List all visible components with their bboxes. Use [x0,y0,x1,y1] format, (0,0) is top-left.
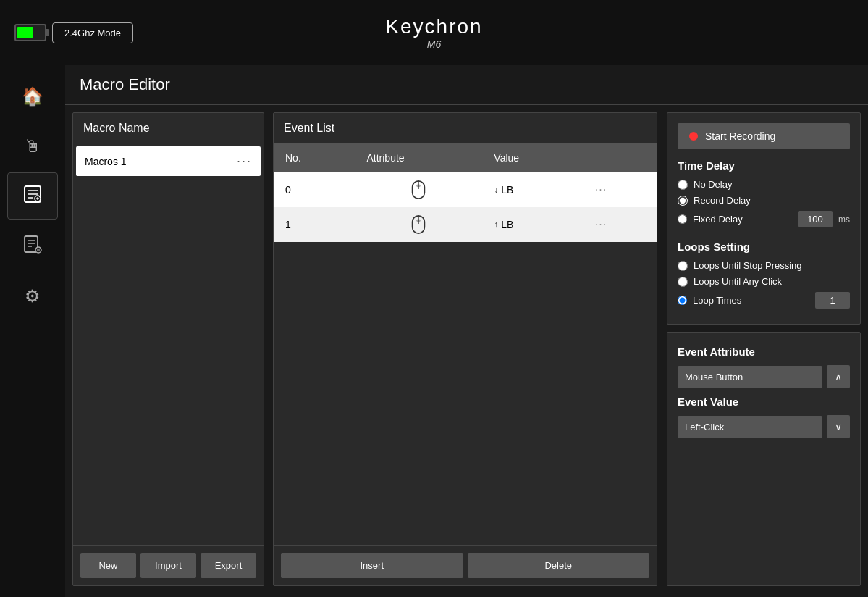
loops-section-label: Loops Setting [678,241,850,253]
row-0-dots-button[interactable]: ··· [595,183,607,196]
import-button[interactable]: Import [140,553,196,578]
svg-point-15 [417,185,421,188]
battery-icon [14,24,46,41]
fixed-delay-input[interactable] [798,211,833,227]
macro-list: Macros 1 ··· [73,143,264,545]
loops-stop-pressing-row: Loops Until Stop Pressing [678,260,850,271]
event-value-section-label: Event Value [678,396,850,408]
fixed-delay-label: Fixed Delay [693,214,743,225]
loops-any-click-row: Loops Until Any Click [678,276,850,287]
loops-any-click-label: Loops Until Any Click [694,276,782,287]
row-0-arrow: ↓ [494,185,498,195]
loop-times-input[interactable] [815,292,850,309]
event-table: No. Attribute Value 0 [274,143,657,545]
event-attribute-row: Mouse Button ∧ [678,365,850,388]
panels-row: Macro Name Macros 1 ··· New Import Expor… [65,105,868,593]
col-no: No. [274,143,355,172]
sidebar-item-settings[interactable]: ⚙ [7,272,58,320]
mode-button[interactable]: 2.4Ghz Mode [52,22,133,43]
col-value: Value [482,143,583,172]
right-top-panel: Start Recording Time Delay No Delay Reco… [667,112,861,325]
loop-times-row: Loop Times [678,292,850,309]
macro-item-dots[interactable]: ··· [237,154,252,169]
row-0-value: ↓ LB [482,172,583,207]
event-footer: Insert Delete [274,545,657,585]
svg-point-18 [417,220,421,222]
macro-panel: Macro Name Macros 1 ··· New Import Expor… [72,112,264,586]
row-1-label: LB [501,219,513,230]
no-delay-label: No Delay [694,179,732,190]
fixed-delay-row: Fixed Delay ms [678,211,850,227]
col-attribute: Attribute [355,143,482,172]
row-1-attribute [355,207,482,242]
fixed-delay-radio[interactable] [678,214,687,224]
macro-list-item[interactable]: Macros 1 ··· [76,146,261,176]
loop-times-radio[interactable] [678,296,687,305]
content-area: Macro Editor Macro Name Macros 1 ··· New… [65,65,868,597]
row-1-arrow: ↑ [494,220,498,230]
sidebar-item-macros[interactable] [7,172,58,220]
battery-area: 2.4Ghz Mode [14,22,133,43]
loop-times-label: Loop Times [693,295,741,306]
row-1-actions: ··· [583,207,657,242]
row-1-value: ↑ LB [482,207,583,242]
right-bottom-panel: Event Attribute Mouse Button ∧ Event Val… [667,332,861,586]
record-delay-label: Record Delay [694,195,751,206]
delay-unit-label: ms [838,214,850,225]
page-title-bar: Macro Editor [65,65,868,105]
export-button[interactable]: Export [201,553,256,578]
record-delay-row: Record Delay [678,195,850,206]
event-panel: Event List No. Attribute Value [273,112,657,586]
row-0-actions: ··· [583,172,657,207]
table-row[interactable]: 0 [274,172,657,207]
top-bar: 2.4Ghz Mode Keychron M6 [0,0,868,65]
loops-stop-pressing-label: Loops Until Stop Pressing [694,260,802,271]
loops-stop-pressing-radio[interactable] [678,261,688,271]
event-attribute-select[interactable]: Mouse Button [678,366,822,388]
sidebar: 🏠 🖱 [0,65,65,597]
macro-panel-header: Macro Name [73,113,264,143]
time-delay-section-label: Time Delay [678,159,850,172]
start-recording-button[interactable]: Start Recording [678,123,850,149]
row-1-no: 1 [274,207,355,242]
macros-icon [23,185,42,208]
battery-fill [17,27,33,38]
row-1-dots-button[interactable]: ··· [595,218,607,231]
event-panel-header: Event List [274,113,657,143]
record-dot-icon [689,132,698,141]
event-list-table: No. Attribute Value 0 [274,143,657,242]
section-divider [678,233,850,233]
page-title: Macro Editor [80,75,170,93]
new-button[interactable]: New [80,553,136,578]
row-0-label: LB [501,184,513,196]
row-0-attribute [355,172,482,207]
sidebar-item-mouse[interactable]: 🖱 [7,122,58,170]
app-title-area: Keychron M6 [385,15,482,50]
settings-icon: ⚙ [25,286,41,306]
insert-button[interactable]: Insert [281,553,463,578]
app-title: Keychron [385,15,482,38]
event-attribute-up-button[interactable]: ∧ [827,365,850,388]
right-panel: Start Recording Time Delay No Delay Reco… [662,105,868,593]
sidebar-item-home[interactable]: 🏠 [7,72,58,120]
sidebar-item-macro-edit[interactable] [7,222,58,270]
mouse-icon: 🖱 [24,136,41,156]
no-delay-row: No Delay [678,179,850,190]
row-0-no: 0 [274,172,355,207]
table-header-row: No. Attribute Value [274,143,657,172]
table-row[interactable]: 1 [274,207,657,242]
macro-item-label: Macros 1 [85,156,127,167]
app-subtitle: M6 [385,38,482,50]
event-value-down-button[interactable]: ∨ [827,415,850,438]
event-value-select[interactable]: Left-Click [678,416,822,438]
macro-panel-footer: New Import Export [73,545,264,585]
event-value-row: Left-Click ∨ [678,415,850,438]
event-attribute-section-label: Event Attribute [678,346,850,358]
main-layout: 🏠 🖱 [0,65,868,597]
no-delay-radio[interactable] [678,180,688,190]
record-delay-radio[interactable] [678,196,688,206]
delete-button[interactable]: Delete [468,553,650,578]
home-icon: 🏠 [22,86,43,107]
macro-edit-icon [22,234,43,259]
loops-any-click-radio[interactable] [678,277,688,287]
